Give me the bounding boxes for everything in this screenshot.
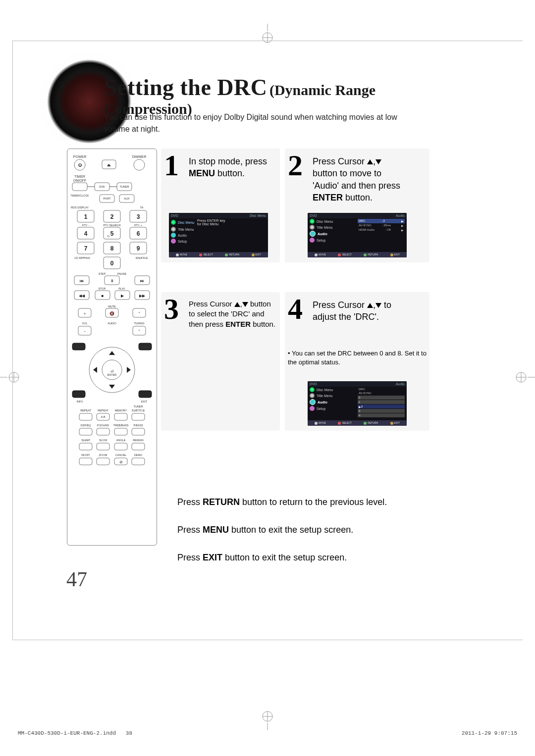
svg-text:ON/OFF: ON/OFF [73,179,86,182]
svg-text:TREB/BASS: TREB/BASS [113,424,129,427]
svg-text:9: 9 [137,245,140,252]
svg-text:🔇: 🔇 [109,311,114,316]
svg-text:⏏: ⏏ [107,163,111,167]
step-1: 1 In stop mode, press MENU button. DVDDi… [161,149,280,262]
enter-label: ENTER [313,193,343,202]
svg-rect-144 [79,458,92,465]
svg-text:PTY -: PTY - [82,224,89,227]
svg-text:MEMORY: MEMORY [115,409,127,412]
svg-text:CANCEL: CANCEL [115,454,126,456]
svg-rect-137 [97,443,109,450]
svg-rect-139 [132,443,145,450]
step-1-number: 1 [164,151,179,180]
svg-rect-138 [114,443,127,450]
svg-text:⊘: ⊘ [119,460,123,464]
svg-text:ZOOM: ZOOM [99,454,107,456]
svg-text:⏭: ⏭ [140,279,144,283]
page-number: 47 [66,567,87,591]
svg-text:▶: ▶ [121,294,124,298]
remote-control-illustration: POWER ⏻ ⏏ DIMMER TIMER ON/OFF DVD TUNER … [67,149,157,546]
svg-text:PTY SEARCH: PTY SEARCH [103,224,120,227]
svg-text:PTY +: PTY + [134,224,142,227]
svg-text:D: D [107,235,109,238]
svg-text:EXIT: EXIT [141,400,148,403]
svg-text:－: － [83,329,87,334]
svg-text:0: 0 [110,260,114,267]
svg-rect-128 [79,428,92,435]
hint-exit: Press EXIT button to exit the setup scre… [177,553,347,563]
indd-timestamp: 2011-1-29 9:07:15 [462,730,517,736]
svg-text:TIMER: TIMER [74,175,85,178]
step-4: 4 Press Cursor , to adjust the 'DRC'. Yo… [285,292,429,431]
svg-rect-26 [72,183,87,191]
svg-text:DVD: DVD [99,185,105,188]
svg-rect-136 [79,443,92,450]
svg-text:▶▶: ▶▶ [139,294,146,298]
step-1-post: button. [215,168,245,178]
crop-mark-left [0,367,20,389]
svg-text:˅: ˅ [138,329,140,334]
svg-point-23 [134,159,145,170]
osd-step4: DVDAudio Disc Menu Title Menu Audio Setu… [308,381,407,426]
svg-text:DEMO: DEMO [134,454,143,456]
drc-note: You can set the DRC between 0 and 8. Set… [288,349,427,367]
crop-mark-right [515,367,535,389]
indd-filename: MM-C430D-530D-i-EUR-ENG-2.indd 38 [18,730,132,736]
svg-text:STOP: STOP [99,287,106,290]
svg-text:＋: ＋ [83,311,87,316]
svg-text:⏸: ⏸ [110,279,114,283]
svg-rect-145 [97,458,109,465]
svg-text:⏮: ⏮ [80,279,84,283]
svg-rect-111 [139,391,152,398]
svg-text:P.SOUND: P.SOUND [97,424,109,427]
svg-text:2: 2 [110,213,114,220]
svg-text:INFO: INFO [76,400,83,403]
svg-text:■: ■ [102,294,104,298]
trim-line-left [12,41,13,640]
svg-rect-131 [132,428,145,435]
svg-text:DIMMER: DIMMER [132,155,146,158]
svg-text:TUNER: TUNER [134,405,143,408]
svg-text:REPEAT: REPEAT [98,409,108,412]
arrow-down-icon [242,302,248,307]
svg-text:STEP: STEP [99,272,106,275]
svg-text:MO/ST: MO/ST [81,454,90,456]
svg-text:⏻: ⏻ [78,163,82,167]
intro-paragraph: You can use this function to enjoy Dolby… [104,111,421,135]
crop-mark-top [258,24,277,46]
svg-text:TUNING: TUNING [134,322,144,325]
svg-text:1: 1 [84,213,88,220]
step-2: 2 Press Cursor , button to move to 'Audi… [285,149,429,262]
svg-text:PAUSE: PAUSE [117,272,127,275]
osd-step1: DVDDisc Menu Disc Menu Press ENTER keyfo… [169,213,268,257]
svg-text:8: 8 [110,245,114,252]
svg-text:A-B: A-B [101,415,106,418]
step-4-text: Press Cursor , to adjust the 'DRC'. [313,299,422,323]
svg-text:ANGLE: ANGLE [116,439,126,442]
step-3: 3 Press Cursor , button to select the 'D… [161,292,280,431]
arrow-up-icon [234,302,240,307]
svg-text:TA: TA [140,206,144,209]
arrow-up-icon [367,303,373,308]
svg-text:P.BASS: P.BASS [133,424,143,427]
svg-text:MUTE: MUTE [108,305,116,308]
svg-rect-122 [114,413,127,420]
step-1-text: In stop mode, press MENU button. [189,155,278,180]
svg-rect-148 [132,458,145,465]
page-heading: Setting the DRC (Dynamic Range Compressi… [104,74,461,117]
svg-text:˄: ˄ [138,311,140,316]
step-3-number: 3 [164,294,179,324]
step-3-text: Press Cursor , button to select the 'DRC… [189,299,278,329]
svg-text:7: 7 [84,245,88,252]
osd-step2: DVDAudio Disc Menu Title Menu Audio Setu… [308,213,407,257]
svg-text:MENU: MENU [76,346,84,349]
title-main: Setting the DRC [104,75,267,100]
trim-line-bottom [12,640,523,640]
arrow-up-icon [367,159,373,164]
svg-rect-119 [79,413,92,420]
svg-text:AUX: AUX [124,197,130,200]
step-1-pre: In stop mode, press [189,156,267,166]
hint-menu: Press MENU button to exit the setup scre… [177,525,353,535]
hint-return: Press RETURN button to return to the pre… [177,497,387,507]
svg-rect-123 [132,413,145,420]
